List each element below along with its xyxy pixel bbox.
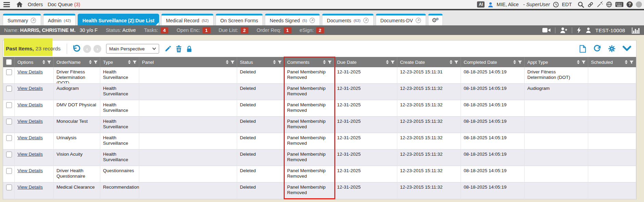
help-icon[interactable]: ? bbox=[627, 1, 633, 8]
column-header-comments[interactable]: Comments bbox=[284, 57, 334, 67]
sort-icon[interactable] bbox=[42, 60, 45, 64]
patient-id[interactable]: TEST-10008 bbox=[595, 27, 625, 33]
filter-funnel-icon[interactable] bbox=[390, 60, 395, 64]
sort-icon[interactable] bbox=[450, 60, 452, 64]
filter-funnel-icon[interactable] bbox=[454, 60, 459, 64]
row-checkbox[interactable] bbox=[6, 152, 12, 157]
bar-chart-icon[interactable] bbox=[632, 27, 640, 34]
filter-funnel-icon[interactable] bbox=[47, 60, 51, 64]
sort-icon[interactable] bbox=[226, 60, 229, 64]
column-header-type[interactable]: Type bbox=[100, 57, 139, 67]
row-checkbox[interactable] bbox=[6, 119, 12, 124]
external-link-icon[interactable] bbox=[309, 17, 315, 23]
link-icon[interactable] bbox=[587, 1, 594, 8]
lightning-icon[interactable] bbox=[577, 27, 581, 33]
filter-funnel-icon[interactable] bbox=[278, 60, 282, 64]
trash-icon[interactable] bbox=[176, 45, 182, 52]
clock-icon[interactable] bbox=[553, 2, 559, 8]
avatar[interactable] bbox=[636, 1, 642, 8]
breadcrumb-doc-queue[interactable]: Doc Queue (3) bbox=[48, 2, 80, 7]
sort-icon[interactable] bbox=[386, 60, 389, 64]
counter-esign[interactable]: eSign:2 bbox=[300, 27, 324, 34]
row-checkbox[interactable] bbox=[6, 168, 12, 174]
breadcrumb-orders[interactable]: Orders bbox=[28, 2, 43, 7]
new-document-icon[interactable] bbox=[579, 45, 586, 53]
row-checkbox[interactable] bbox=[6, 135, 12, 141]
column-header-ordername[interactable]: OrderName bbox=[54, 57, 100, 67]
timezone-label[interactable]: EDT bbox=[562, 2, 572, 7]
sort-icon[interactable] bbox=[89, 60, 92, 64]
counter-order-req[interactable]: Order Req:1 bbox=[257, 27, 292, 34]
column-header-options[interactable]: Options bbox=[15, 57, 54, 67]
filter-funnel-icon[interactable] bbox=[132, 60, 137, 64]
ai-badge[interactable]: AI bbox=[477, 1, 485, 8]
tab-summary[interactable]: Summary bbox=[3, 14, 41, 25]
select-all-checkbox[interactable] bbox=[6, 59, 12, 65]
filter-funnel-icon[interactable] bbox=[581, 60, 586, 64]
tab-settings-gear[interactable]: ⚙⚙ bbox=[428, 14, 443, 25]
view-details-link[interactable]: View Details bbox=[17, 135, 43, 140]
select-all-checkbox-cell[interactable] bbox=[3, 57, 15, 67]
video-camera-icon[interactable] bbox=[542, 27, 551, 33]
gear-icon[interactable] bbox=[608, 45, 616, 52]
filter-funnel-icon[interactable] bbox=[230, 60, 235, 64]
sort-icon[interactable] bbox=[625, 60, 628, 64]
refresh-icon[interactable] bbox=[593, 45, 601, 53]
column-header-status[interactable]: Status bbox=[237, 57, 284, 67]
chevron-down-icon[interactable] bbox=[622, 45, 631, 52]
column-header-panel[interactable]: Panel bbox=[139, 57, 237, 67]
filter-funnel-icon[interactable] bbox=[327, 60, 332, 64]
keyboard-icon[interactable] bbox=[615, 2, 623, 7]
view-details-link[interactable]: View Details bbox=[17, 86, 43, 91]
column-header-due-date[interactable]: Due Date bbox=[334, 57, 397, 67]
filter-funnel-icon[interactable] bbox=[93, 60, 98, 64]
sort-icon[interactable] bbox=[577, 60, 580, 64]
row-checkbox[interactable] bbox=[6, 102, 12, 108]
undo-icon[interactable] bbox=[72, 45, 81, 53]
external-link-icon[interactable] bbox=[415, 17, 421, 23]
globe-icon[interactable] bbox=[606, 1, 612, 8]
view-details-link[interactable]: View Details bbox=[17, 168, 43, 173]
external-link-icon[interactable] bbox=[363, 17, 369, 23]
sort-icon[interactable] bbox=[513, 60, 516, 64]
tab-admin[interactable]: Admin(42) bbox=[43, 14, 76, 25]
perspective-select[interactable]: Main Perspective bbox=[106, 44, 159, 54]
counter-open-enc[interactable]: Open Enc:1 bbox=[177, 27, 210, 34]
pencil-icon[interactable] bbox=[165, 45, 171, 52]
counter-tasks[interactable]: Tasks:4 bbox=[144, 27, 168, 34]
nav-back-icon[interactable]: ‹ bbox=[83, 45, 91, 53]
tab-needs-signed[interactable]: Needs Signed(5) bbox=[265, 14, 320, 25]
tab-health-surveillance-2-due-list[interactable]: Health Surveillance (2):Due List bbox=[78, 14, 159, 25]
view-details-link[interactable]: View Details bbox=[17, 69, 43, 74]
view-details-link[interactable]: View Details bbox=[17, 119, 43, 124]
view-details-link[interactable]: View Details bbox=[17, 185, 43, 190]
filter-funnel-icon[interactable] bbox=[629, 60, 634, 64]
tab-medical-record[interactable]: Medical Record(52) bbox=[161, 14, 214, 25]
person-icon[interactable] bbox=[586, 27, 591, 33]
person-add-icon[interactable] bbox=[560, 27, 567, 33]
tab-documents[interactable]: Documents(63) bbox=[322, 14, 373, 25]
hamburger-menu-icon[interactable] bbox=[2, 1, 11, 8]
row-checkbox[interactable] bbox=[6, 69, 12, 75]
user-name[interactable]: MIE, Alice bbox=[497, 2, 518, 7]
filter-funnel-icon[interactable] bbox=[518, 60, 522, 64]
tab-on-screen-forms[interactable]: On Screen Forms bbox=[216, 14, 263, 25]
column-header-create-date[interactable]: Create Date bbox=[397, 57, 461, 67]
external-link-icon[interactable] bbox=[30, 17, 36, 23]
row-checkbox[interactable] bbox=[6, 185, 12, 190]
view-details-link[interactable]: View Details bbox=[17, 102, 43, 107]
column-header-scheduled[interactable]: Scheduled bbox=[588, 57, 636, 67]
search-icon[interactable] bbox=[578, 1, 584, 8]
sort-icon[interactable] bbox=[323, 60, 326, 64]
sort-icon[interactable] bbox=[128, 60, 131, 64]
counter-due-list[interactable]: Due List:2 bbox=[219, 27, 248, 34]
row-checkbox[interactable] bbox=[6, 86, 12, 92]
sort-icon[interactable] bbox=[273, 60, 276, 64]
wand-icon[interactable] bbox=[597, 1, 603, 8]
column-header-appt-type[interactable]: Appt Type bbox=[525, 57, 588, 67]
lock-icon[interactable] bbox=[186, 45, 192, 52]
column-header-completed-date[interactable]: Completed Date bbox=[461, 57, 525, 67]
tab-documents-dv[interactable]: Documents-DV bbox=[376, 14, 426, 25]
nav-forward-icon[interactable]: › bbox=[93, 45, 101, 53]
home-icon[interactable] bbox=[16, 1, 23, 8]
